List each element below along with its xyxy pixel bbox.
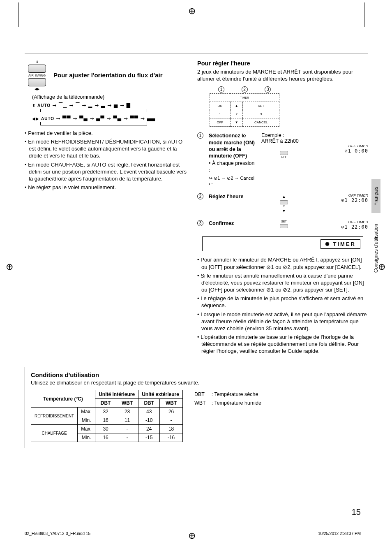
- timer-step-3: 3 Confirmez SET OFF TIMER ⊘1 22:00: [197, 220, 368, 230]
- bullet-item: En mode REFROIDISSEMENT/ DÉSHUMIDIFICATI…: [25, 138, 187, 159]
- timer-heading: Pour régler l'heure: [197, 60, 368, 67]
- crop-mark: [18, 2, 18, 27]
- auto-sequence-horizontal: ◀▶ AUTO → ▀▀ → ▀▄ → ▄▀ → ▀▄ → ▀▀ → ▄▄: [32, 116, 187, 121]
- conditions-subtitle: Utilisez ce climatiseur en respectant la…: [31, 380, 362, 386]
- num-button-icon: [280, 200, 288, 204]
- registration-mark-icon: ⊕: [188, 530, 196, 541]
- side-tab-section: Consignes d'utilisation: [371, 216, 380, 280]
- bullet-item: En mode CHAUFFAGE, si AUTO est réglé, l'…: [25, 161, 187, 182]
- set-button-icon: [280, 224, 288, 228]
- auto-sequence-vertical: ⬍ AUTO → ▔▁ → ▔ → ▂ → ▃ → ▅ → ▇: [32, 102, 187, 108]
- step-title: Réglez l'heure: [209, 194, 243, 199]
- conditions-box: Conditions d'utilisation Utilisez ce cli…: [25, 367, 368, 448]
- registration-mark-icon: ⊕: [188, 6, 196, 16]
- bullet-item: Si le minuteur est annulé manuellement o…: [197, 272, 368, 293]
- header-rule: [25, 38, 368, 53]
- press-sequence: ↪ ⊘1 → ⊘2 → Cancel ↩: [209, 175, 257, 187]
- step-title: Sélectionnez le mode marche (ON) ou arrê…: [209, 133, 255, 159]
- bullet-item: Lorsque le mode minuterie est activé, il…: [197, 311, 368, 332]
- conditions-legend: DBT: Température sèche WBT: Température …: [191, 390, 265, 408]
- timer-step-1: 1 Sélectionnez le mode marche (ON) ou ar…: [197, 132, 368, 187]
- crop-mark: [364, 2, 364, 27]
- lcd-preview: OFF TIMER ⊘1 22:00: [311, 220, 368, 230]
- loop-bracket-icon: [40, 122, 147, 125]
- bullet-item: Ne réglez pas le volet manuellement.: [25, 184, 187, 191]
- bullet-item: Pour annuler le minuteur de MARCHE ou AR…: [197, 256, 368, 270]
- timer-remote-diagram: 1 2 3 TIMER ON ▲ SET 1 2 3: [210, 86, 279, 127]
- bullet-item: Permet de ventiler la pièce.: [25, 130, 187, 137]
- registration-mark-icon: ⊕: [6, 262, 13, 272]
- footer-timestamp: 10/25/2012 2:28:37 PM: [318, 531, 361, 536]
- bullet-item: L'opération de minuterie se base sur le …: [197, 334, 368, 354]
- example-block: Exemple : ARRÊT à 22h00 OFF: [261, 132, 307, 158]
- timer-step-2: 2 Réglez l'heure ▲ 2 ▼ OFF TIMER ⊘1 22:0…: [197, 193, 368, 213]
- air-swing-notes: Permet de ventiler la pièce. En mode REF…: [25, 130, 187, 191]
- crop-mark: [2, 31, 16, 31]
- air-swing-heading: Pour ajuster l'orientation du flux d'air: [53, 72, 163, 79]
- timer-notes: Pour annuler le minuteur de MARCHE ou AR…: [197, 256, 368, 354]
- lcd-preview: OFF TIMER ⊘1 0:00: [311, 132, 368, 154]
- right-column: Pour régler l'heure 2 jeux de minuteurs …: [197, 60, 368, 356]
- left-column: ⬍ AIR SWING ◀▶ Pour ajuster l'orientatio…: [25, 60, 187, 356]
- conditions-table: Température (°C) Unité intérieure Unité …: [31, 390, 183, 442]
- bullet-item: Le réglage de la minuterie le plus proch…: [197, 295, 368, 309]
- footer-file: 02_F568903_YA0712-0_FR.indd 15: [25, 531, 90, 536]
- lcd-preview: OFF TIMER ⊘1 22:00: [311, 193, 368, 203]
- off-button-icon: [280, 151, 288, 155]
- unit-timer-display: ✺ TIMER: [202, 236, 363, 251]
- side-tab-language: Français: [371, 179, 380, 213]
- step-title: Confirmez: [209, 220, 234, 226]
- air-swing-button-icon: ⬍ AIR SWING ◀▶: [25, 60, 49, 91]
- page-number: 15: [352, 507, 361, 517]
- loop-bracket-icon: [40, 109, 147, 112]
- burst-icon: ✺: [325, 241, 331, 247]
- conditions-title: Conditions d'utilisation: [31, 371, 362, 378]
- timer-intro: 2 jeux de minuteurs de MARCHE et ARRÊT s…: [197, 68, 368, 82]
- remote-display-label: (Affichage de la télécommande): [32, 94, 187, 100]
